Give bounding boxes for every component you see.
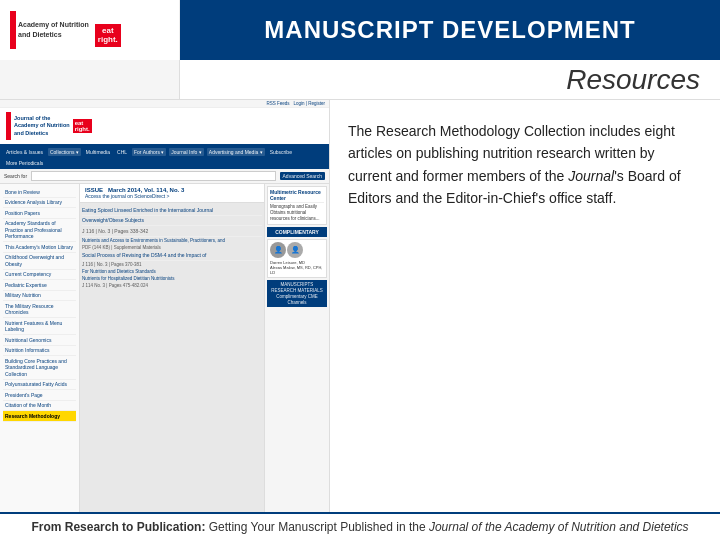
journal-sidebar: Bone in Review Evidence Analysis Library… xyxy=(0,184,80,512)
rss-feeds-link[interactable]: RSS Feeds xyxy=(267,101,290,106)
article-volume: J 116 | No. 3 | Pages 370-381 xyxy=(82,261,262,268)
sidebar-item-presidents[interactable]: President's Page xyxy=(3,390,76,401)
panel-authors-box: 👤 👤 Darren Leisure, MDAlexas Malow, MS, … xyxy=(267,239,327,279)
collection-includes: Collection includes xyxy=(524,123,641,139)
journal-italic: Journal xyxy=(568,168,614,184)
footer-bold: From Research to Publication: xyxy=(31,520,205,534)
journal-issue-header: ISSUE March 2014, Vol. 114, No. 3 Access… xyxy=(80,184,264,203)
sidebar-item-competency[interactable]: Current Competency xyxy=(3,270,76,281)
sidebar-item-informatics[interactable]: Nutrition Informatics xyxy=(3,346,76,357)
article-item-dsm[interactable]: Social Process of Revising the DSM-4 and… xyxy=(82,251,262,262)
resources-heading: Resources xyxy=(566,64,700,96)
page-wrapper: Academy of Nutritionand Dietetics eatrig… xyxy=(0,0,720,540)
article-access-link[interactable]: Nutrients and Access to Environments in … xyxy=(82,237,262,244)
sidebar-item-childhood[interactable]: Childhood Overweight and Obesity xyxy=(3,253,76,270)
journal-screenshot: RSS Feeds Login | Register Journal of th… xyxy=(0,100,330,512)
footer-text: Getting Your Manuscript Published in the xyxy=(209,520,429,534)
academy-logo-text: Academy of Nutritionand Dietetics xyxy=(18,20,89,40)
nav-more[interactable]: More Periodicals xyxy=(4,159,45,167)
nav-multimedia[interactable]: Multimedia xyxy=(84,148,112,156)
nav-articles-issues[interactable]: Articles & Issues xyxy=(4,148,45,156)
journal-search-input[interactable] xyxy=(31,171,275,181)
journal-eat-right-badge: eatright. xyxy=(73,119,92,133)
nav-advertising[interactable]: Advertising and Media ▾ xyxy=(207,148,265,156)
login-register-link[interactable]: Login | Register xyxy=(294,101,325,106)
panel-text: Monographs and Easily Obtains nutritiona… xyxy=(270,204,324,222)
article-pages: J 114 No. 3 | Pages 475-482.024 xyxy=(82,282,262,289)
sub-title-right: Resources xyxy=(180,60,720,100)
panel-bottom-promo: MANUSCRIPTS RESEARCH MATERIALSCompliment… xyxy=(267,280,327,307)
sidebar-item-military-chronicle[interactable]: The Military Resource Chronicles xyxy=(3,301,76,318)
sub-title-left xyxy=(0,60,180,100)
nav-subscribe[interactable]: Subscribe xyxy=(268,148,294,156)
article-item-2[interactable]: Overweight/Obese Subjects xyxy=(82,216,262,227)
journal-access-link[interactable]: Access the journal on ScienceDirect > xyxy=(85,193,259,199)
logo-red-stripe xyxy=(10,11,16,49)
nav-chl[interactable]: CHL xyxy=(115,148,129,156)
sub-title-row: Resources xyxy=(0,60,720,100)
nav-journal-info[interactable]: Journal Info ▾ xyxy=(169,148,204,156)
logo-inner: Academy of Nutritionand Dietetics eatrig… xyxy=(10,11,121,49)
journal-header: Journal of theAcademy of Nutritionand Di… xyxy=(0,108,329,146)
search-for-label: Search for xyxy=(4,173,27,179)
nav-for-authors[interactable]: For Authors ▾ xyxy=(132,148,166,156)
journal-nav[interactable]: Articles & Issues Collections ▾ Multimed… xyxy=(0,146,329,169)
article-item-1[interactable]: Eating Spiced Linseed Enriched in the In… xyxy=(82,205,262,216)
main-title: MANUSCRIPT DEVELOPMENT xyxy=(264,16,635,44)
article-item-3: J 116 | No. 3 | Pages 338-342 xyxy=(82,226,262,237)
title-section: MANUSCRIPT DEVELOPMENT xyxy=(180,0,720,60)
sidebar-item-motion[interactable]: This Academy's Motion Library xyxy=(3,242,76,253)
journal-logo-text: Journal of theAcademy of Nutritionand Di… xyxy=(14,115,70,136)
sidebar-item-position[interactable]: Position Papers xyxy=(3,208,76,219)
nav-collections[interactable]: Collections ▾ xyxy=(48,148,81,156)
sidebar-item-fatty[interactable]: Polyunsaturated Fatty Acids xyxy=(3,380,76,391)
journal-search-bar: Search for Advanced Search xyxy=(0,169,329,184)
description-text: The Research Methodology Collection incl… xyxy=(348,120,702,210)
sidebar-item-eal[interactable]: Evidence Analysis Library xyxy=(3,198,76,209)
eat-right-badge: eatright. xyxy=(95,24,121,47)
author-avatar-2: 👤 xyxy=(287,242,303,258)
text-panel: The Research Methodology Collection incl… xyxy=(330,100,720,512)
journal-articles: Eating Spiced Linseed Enriched in the In… xyxy=(80,203,264,512)
top-header: Academy of Nutritionand Dietetics eatrig… xyxy=(0,0,720,60)
complimentary-badge: COMPLIMENTARY xyxy=(267,227,327,237)
sidebar-item-citation[interactable]: Citation of the Month xyxy=(3,401,76,412)
article-nutrients-link[interactable]: Nutrients for Hospitalized Dietitian Nut… xyxy=(82,275,262,282)
content-area: RSS Feeds Login | Register Journal of th… xyxy=(0,100,720,512)
logo-section: Academy of Nutritionand Dietetics eatrig… xyxy=(0,0,180,60)
panel-title: Multimetric Resource Center xyxy=(270,189,324,203)
sidebar-item-military-nutrition[interactable]: Military Nutrition xyxy=(3,291,76,302)
journal-top-links: RSS Feeds Login | Register xyxy=(0,100,329,108)
journal-logo-red-bar xyxy=(6,112,11,140)
journal-search-button[interactable]: Advanced Search xyxy=(280,172,325,180)
journal-right-panel: Multimetric Resource Center Monographs a… xyxy=(264,184,329,512)
journal-main-content: ISSUE March 2014, Vol. 114, No. 3 Access… xyxy=(80,184,264,512)
sidebar-item-research-methodology[interactable]: Research Methodology xyxy=(3,411,76,422)
sidebar-item-standards[interactable]: Academy Standards of Practice and Profes… xyxy=(3,219,76,243)
article-pdf: PDF (144 KB) | Supplemental Materials xyxy=(82,244,262,251)
panel-authors-text: 👤 👤 Darren Leisure, MDAlexas Malow, MS, … xyxy=(270,242,324,276)
footer-journal-italic: Journal of the Academy of Nutrition and … xyxy=(429,520,689,534)
footer-bar: From Research to Publication: Getting Yo… xyxy=(0,512,720,540)
journal-body: Bone in Review Evidence Analysis Library… xyxy=(0,184,329,512)
panel-resource-center: Multimetric Resource Center Monographs a… xyxy=(267,186,327,225)
journal-mockup: RSS Feeds Login | Register Journal of th… xyxy=(0,100,329,512)
sidebar-item-language[interactable]: Building Core Practices and Standardized… xyxy=(3,356,76,380)
author-avatar-1: 👤 xyxy=(270,242,286,258)
sidebar-item-pediatric[interactable]: Pediatric Expertise xyxy=(3,280,76,291)
journal-logo-area: Journal of theAcademy of Nutritionand Di… xyxy=(6,112,92,140)
sidebar-item-nutrient[interactable]: Nutrient Features & Menu Labeling xyxy=(3,318,76,335)
sidebar-item-genomics[interactable]: Nutritional Genomics xyxy=(3,335,76,346)
author-names: Darren Leisure, MDAlexas Malow, MS, RD, … xyxy=(270,260,324,276)
sidebar-item-bone[interactable]: Bone in Review xyxy=(3,187,76,198)
article-diet-link[interactable]: For Nutrition and Dietetics Standards xyxy=(82,268,262,275)
